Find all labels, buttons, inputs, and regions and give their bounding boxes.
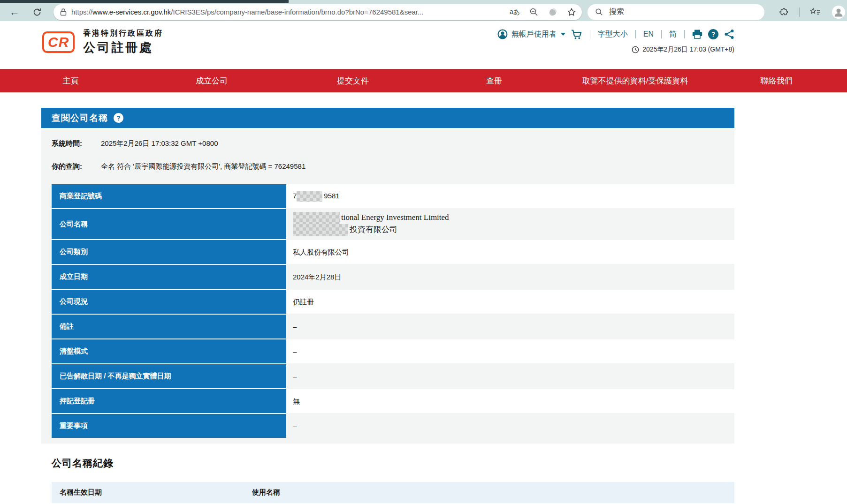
row-value: 無	[287, 389, 734, 413]
company-detail-table: 商業登記號碼79581公司名稱tional Energy Investment …	[52, 184, 734, 438]
lang-simplified-link[interactable]: 简	[669, 30, 677, 39]
site-header: CR 香港特別行政區政府 公司註冊處 無帳戶使用者	[0, 21, 847, 69]
row-value-text: 2024年2月28日	[293, 273, 341, 281]
table-row: 公司現況仍註冊	[52, 290, 734, 314]
help-button[interactable]: ?	[708, 29, 718, 39]
print-button[interactable]	[692, 30, 702, 39]
printer-icon	[692, 30, 702, 39]
nav-item[interactable]: 提交文件	[282, 69, 424, 92]
dept-name: 公司註冊處	[83, 39, 163, 56]
table-row: 商業登記號碼79581	[52, 184, 734, 208]
row-value: tional Energy Investment Limited投資有限公司	[287, 209, 734, 239]
redacted-block	[297, 191, 322, 202]
search-icon	[595, 8, 603, 16]
url-domain: www.e-services.cr.gov.hk	[92, 8, 171, 16]
url-bar[interactable]: https://www.e-services.cr.gov.hk/ICRIS3E…	[53, 4, 582, 20]
table-row: 備註–	[52, 315, 734, 339]
nav-item[interactable]: 查冊	[423, 69, 565, 92]
row-label: 備註	[52, 315, 286, 339]
row-value-text: 投資有限公司	[350, 225, 397, 234]
row-label: 公司類別	[52, 240, 286, 264]
extensions-puzzle-icon[interactable]	[778, 7, 789, 17]
row-value-text: tional Energy Investment Limited	[341, 213, 449, 222]
result-panel: 系統時間: 2025年2月26日 17:03:32 GMT +0800 你的查詢…	[41, 128, 734, 444]
url-text[interactable]: https://www.e-services.cr.gov.hk/ICRIS3E…	[71, 8, 506, 16]
tab-strip	[0, 0, 289, 3]
page-title: 查閱公司名稱	[52, 112, 108, 124]
table-row: 公司類別私人股份有限公司	[52, 240, 734, 264]
chevron-down-icon	[561, 33, 565, 36]
profile-avatar-icon[interactable]	[832, 5, 846, 19]
clock-icon	[632, 46, 639, 53]
row-label: 成立日期	[52, 265, 286, 289]
row-label: 公司名稱	[52, 209, 286, 239]
row-label: 重要事項	[52, 414, 286, 438]
row-value: –	[287, 315, 734, 339]
toolbar-divider	[799, 8, 800, 17]
query-value: 全名 符合 '辰宇國際能源投資有限公司', 商業登記號碼 = 76249581	[101, 162, 305, 171]
favorite-star-icon[interactable]	[567, 8, 576, 17]
search-placeholder: 搜索	[609, 7, 624, 17]
row-value-text: 無	[293, 397, 300, 405]
row-value-text: 9581	[324, 192, 339, 200]
redacted-block	[293, 224, 348, 236]
lock-icon	[60, 8, 67, 16]
favorites-list-icon[interactable]	[810, 8, 821, 17]
site-logo[interactable]: CR 香港特別行政區政府 公司註冊處	[42, 29, 163, 56]
table-row: 重要事項–	[52, 414, 734, 438]
row-value: –	[287, 339, 734, 363]
title-help-button[interactable]: ?	[114, 113, 123, 123]
header-divider	[661, 30, 662, 38]
header-divider	[590, 30, 590, 38]
share-icon	[724, 29, 734, 39]
nav-item[interactable]: 主頁	[0, 69, 141, 92]
row-label: 清盤模式	[52, 339, 286, 363]
back-button[interactable]: ←	[7, 4, 23, 20]
nav-item[interactable]: 成立公司	[141, 69, 282, 92]
column-header: 使用名稱	[252, 488, 280, 497]
redacted-block	[293, 212, 340, 224]
row-value-text: 7	[293, 192, 297, 200]
row-value-text: –	[293, 422, 297, 430]
user-menu-label: 無帳戶使用者	[511, 30, 557, 39]
browser-search-box[interactable]: 搜索	[588, 4, 764, 20]
query-label: 你的查詢:	[52, 162, 101, 171]
system-time-label: 系統時間:	[52, 139, 101, 148]
table-row: 清盤模式–	[52, 339, 734, 363]
row-value: 仍註冊	[287, 290, 734, 314]
row-value-text: –	[293, 323, 297, 331]
table-row: 已告解散日期 / 不再是獨立實體日期–	[52, 364, 734, 388]
reload-button[interactable]	[29, 4, 45, 20]
zoom-out-icon[interactable]	[529, 8, 539, 17]
row-value-text: –	[293, 347, 297, 355]
row-label: 押記登記冊	[52, 389, 286, 413]
row-value: 私人股份有限公司	[287, 240, 734, 264]
table-row: 押記登記冊無	[52, 389, 734, 413]
section-title-bar: 查閱公司名稱 ?	[41, 108, 734, 128]
page-content: 查閱公司名稱 ? 系統時間: 2025年2月26日 17:03:32 GMT +…	[41, 108, 734, 503]
font-size-link[interactable]: 字型大小	[598, 30, 628, 39]
share-button[interactable]	[724, 29, 734, 39]
help-icon: ?	[711, 30, 716, 38]
user-menu[interactable]: 無帳戶使用者	[497, 29, 565, 40]
reload-icon	[32, 8, 42, 17]
main-nav: 主頁成立公司提交文件查冊取覽不提供的資料/受保護資料聯絡我們	[0, 69, 847, 92]
nav-item[interactable]: 聯絡我們	[706, 69, 847, 92]
row-value-text: 仍註冊	[293, 298, 314, 306]
cr-logo: CR	[42, 31, 75, 53]
translate-icon[interactable]: aあ	[510, 8, 520, 16]
system-time-line: 系統時間: 2025年2月26日 17:03:32 GMT +0800	[52, 139, 734, 148]
row-value: 2024年2月28日	[287, 265, 734, 289]
table-row: 成立日期2024年2月28日	[52, 265, 734, 289]
name-records-header-row: 名稱生效日期使用名稱	[52, 482, 734, 503]
nav-item[interactable]: 取覽不提供的資料/受保護資料	[565, 69, 706, 92]
cart-button[interactable]	[571, 29, 582, 39]
question-icon: ?	[116, 114, 121, 122]
row-value-text: 私人股份有限公司	[293, 248, 349, 256]
row-label: 公司現況	[52, 290, 286, 314]
header-divider	[635, 30, 636, 38]
compat-swirl-icon[interactable]	[548, 8, 557, 17]
lang-en-link[interactable]: EN	[643, 30, 654, 38]
user-account-icon	[497, 29, 508, 40]
cart-icon	[571, 29, 582, 39]
